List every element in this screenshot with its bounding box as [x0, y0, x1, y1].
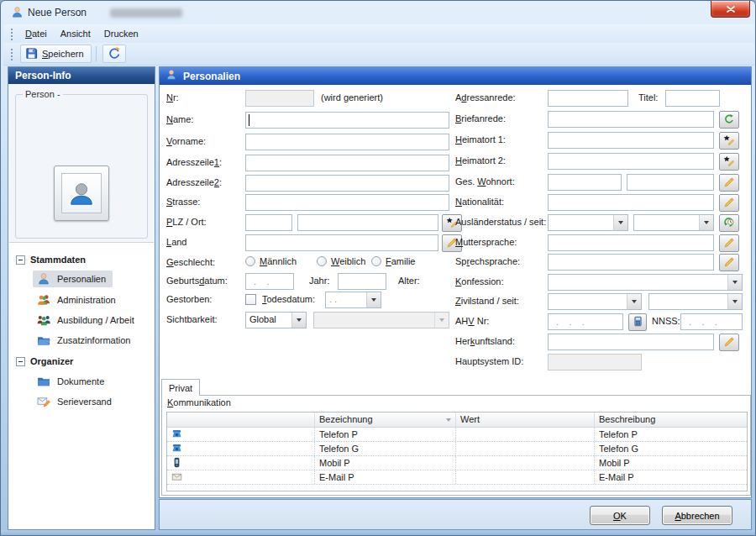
cell-wert: [456, 428, 595, 441]
column-icon-header[interactable]: [167, 413, 315, 427]
muttersprache-edit-button[interactable]: [719, 234, 739, 252]
sidebar-item-zusatzinformation[interactable]: Zusatzinformation: [9, 331, 154, 349]
close-button[interactable]: [711, 1, 750, 18]
table-row[interactable]: Telefon G Telefon G: [167, 442, 747, 456]
footer-bar: OK Abbrechen: [159, 499, 752, 530]
open-folder-icon: [36, 334, 51, 347]
konfession-select[interactable]: [548, 274, 743, 291]
zivilstand-label: Zivilstand / seit:: [455, 296, 519, 306]
tree-group-label: Stammdaten: [30, 255, 86, 265]
refresh-icon: [108, 46, 121, 61]
briefanrede-input[interactable]: [548, 111, 714, 128]
menu-datei[interactable]: Datei: [18, 26, 54, 41]
toolbar-separator: [96, 46, 97, 61]
heimatort2-input[interactable]: [548, 153, 714, 170]
kommunikation-label: Kommunikation: [167, 397, 231, 407]
save-button[interactable]: Speichern: [20, 45, 92, 63]
star-pencil-icon: [723, 155, 735, 169]
ges-wohnort-edit-button[interactable]: [719, 174, 739, 192]
collapse-icon[interactable]: [16, 357, 25, 366]
nnss-input[interactable]: [680, 313, 743, 330]
tree-group-organizer[interactable]: Organizer: [9, 352, 154, 370]
adressanrede-input[interactable]: [548, 90, 628, 107]
menu-ansicht[interactable]: Ansicht: [54, 26, 97, 41]
ok-button[interactable]: OK: [590, 506, 650, 525]
auslaenderstatus-select[interactable]: [548, 214, 628, 231]
folder-icon: [36, 375, 51, 388]
pencil-icon: [723, 256, 735, 270]
auslaenderstatus-seit-select[interactable]: [633, 214, 714, 231]
person-box-label: Person -: [23, 89, 63, 99]
table-header: Bezeichnung Wert Beschreibung: [167, 413, 747, 428]
collapse-icon[interactable]: [16, 255, 25, 265]
heimatort2-lookup-button[interactable]: [719, 153, 739, 171]
menu-bar: Datei Ansicht Drucken: [3, 24, 754, 43]
ahv-label: AHV Nr:: [455, 316, 489, 326]
column-bezeichnung[interactable]: Bezeichnung: [315, 413, 456, 427]
pencil-icon: [723, 176, 735, 190]
column-beschreibung[interactable]: Beschreibung: [595, 413, 745, 427]
sidebar-item-label: Ausbildung / Arbeit: [57, 315, 134, 325]
cell-bezeichnung: Mobil P: [315, 456, 456, 470]
toolbar: Speichern: [3, 43, 754, 66]
sidebar-tree: Stammdaten Personalien Administration: [9, 242, 154, 528]
briefanrede-generate-button[interactable]: [719, 111, 739, 129]
heimatort1-lookup-button[interactable]: [719, 132, 739, 150]
kommunikation-table: Bezeichnung Wert Beschreibung Telefon P …: [166, 412, 748, 491]
adressanrede-label: Adressanrede:: [455, 92, 516, 102]
person-icon: [36, 272, 51, 286]
cancel-button[interactable]: Abbrechen: [662, 506, 732, 525]
auslaenderstatus-history-button[interactable]: [719, 214, 739, 232]
zivilstand-seit-select[interactable]: [648, 293, 743, 310]
person-icon: [165, 69, 177, 83]
nationalitaet-edit-button[interactable]: [719, 194, 739, 212]
refresh-button[interactable]: [102, 45, 126, 63]
sidebar-item-serieversand[interactable]: Serieversand: [9, 392, 154, 411]
konfession-label: Konfession:: [455, 276, 504, 286]
sidebar-item-dokumente[interactable]: Dokumente: [9, 372, 154, 391]
sprechsprache-input[interactable]: [548, 254, 714, 271]
person-icon: [11, 6, 24, 20]
sprechsprache-edit-button[interactable]: [719, 254, 739, 271]
table-row[interactable]: Telefon P Telefon P: [167, 428, 747, 442]
ges-wohnort-plz-input[interactable]: [548, 174, 622, 191]
cell-bezeichnung: Telefon G: [315, 442, 456, 455]
herkunftsland-edit-button[interactable]: [719, 334, 739, 351]
person-silhouette-icon: [61, 173, 102, 213]
person-photo-box: Person -: [15, 94, 148, 239]
people-group-icon: [36, 313, 51, 327]
gripper-icon[interactable]: [10, 48, 13, 60]
chevron-down-icon: [727, 275, 742, 290]
ahv-input[interactable]: [548, 313, 623, 330]
ges-wohnort-ort-input[interactable]: [627, 174, 714, 191]
title-bar[interactable]: Neue Person: [1, 1, 755, 24]
menu-drucken[interactable]: Drucken: [97, 26, 145, 41]
sidebar-item-label: Administration: [57, 295, 116, 305]
mail-pencil-icon: [36, 395, 51, 408]
table-row[interactable]: Mobil P Mobil P: [167, 456, 747, 470]
muttersprache-input[interactable]: [548, 234, 714, 251]
page-title: Personalien: [183, 71, 240, 82]
sidebar-item-personalien[interactable]: Personalien: [9, 270, 154, 288]
chevron-down-icon: [727, 294, 742, 309]
ahv-calculator-button[interactable]: [628, 313, 647, 331]
sidebar-item-administration[interactable]: Administration: [9, 291, 154, 309]
sort-arrow-icon: [446, 418, 451, 422]
save-button-label: Speichern: [42, 49, 84, 59]
herkunftsland-input[interactable]: [548, 334, 714, 350]
table-row[interactable]: E-Mail P E-Mail P: [167, 470, 747, 485]
zivilstand-select[interactable]: [548, 293, 642, 310]
sidebar-item-ausbildung[interactable]: Ausbildung / Arbeit: [9, 311, 154, 329]
chevron-down-icon: [699, 215, 713, 230]
sidebar-item-label: Personalien: [57, 274, 106, 284]
cell-wert: [456, 442, 595, 455]
heimatort1-input[interactable]: [548, 132, 714, 149]
sidebar-item-label: Serieversand: [57, 397, 112, 407]
column-wert[interactable]: Wert: [456, 413, 595, 427]
tree-group-stammdaten[interactable]: Stammdaten: [9, 250, 154, 269]
nationalitaet-input[interactable]: [548, 194, 714, 211]
titel-input[interactable]: [665, 90, 720, 107]
tab-privat[interactable]: Privat: [161, 379, 200, 396]
gripper-icon[interactable]: [10, 28, 13, 40]
photo-placeholder-button[interactable]: [54, 166, 109, 221]
